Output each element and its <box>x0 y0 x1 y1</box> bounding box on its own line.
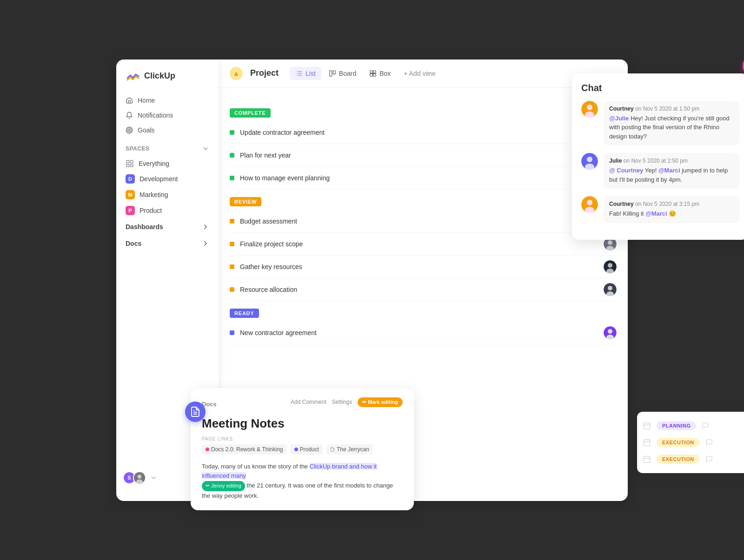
comment-icon-2 <box>705 439 713 446</box>
add-comment-button[interactable]: Add Comment <box>291 399 326 405</box>
task-name: Resource allocation <box>240 286 598 293</box>
nav-home-label: Home <box>138 97 155 104</box>
task-row[interactable]: Budget assessment 3 <box>230 210 617 233</box>
svg-rect-20 <box>370 71 372 73</box>
svg-point-0 <box>126 127 132 133</box>
svg-point-1 <box>127 128 131 132</box>
task-name: How to manage event planning <box>240 174 598 182</box>
svg-rect-3 <box>126 160 129 163</box>
docs-label: Docs <box>126 240 141 247</box>
sidebar-item-dashboards[interactable]: Dashboards <box>116 218 219 235</box>
task-row[interactable]: Finalize project scope <box>230 233 617 256</box>
chevron-down-user-icon[interactable] <box>150 474 157 481</box>
task-row[interactable]: New contractor agreement <box>230 322 617 344</box>
chat-message-1: Courtney on Nov 5 2020 at 1:50 pm @Julie… <box>581 101 739 146</box>
mark-editing-badge[interactable]: ✏ Mark editing <box>358 397 403 407</box>
task-dot-green <box>230 130 234 135</box>
chat-message-2: Julie on Nov 5 2020 at 2:50 pm @ Courtne… <box>581 153 739 189</box>
svg-point-37 <box>608 240 612 245</box>
svg-rect-22 <box>370 73 372 76</box>
task-name: Plan for next year <box>240 152 598 159</box>
chat-time-3: on Nov 5 2020 at 3:15 pm <box>635 201 699 207</box>
docs-heading: Meeting Notes <box>202 416 403 431</box>
everything-label: Everything <box>139 160 169 167</box>
chat-text-3: Fab! Killing it @Marci 😊 <box>609 209 734 218</box>
sidebar-item-everything[interactable]: Everything <box>116 156 219 171</box>
jenny-editing-badge: ✏ Jenny editing <box>202 481 245 491</box>
product-label: Product <box>140 207 162 214</box>
svg-point-40 <box>608 263 612 268</box>
svg-point-46 <box>608 329 612 334</box>
page-link-label-2: Product <box>300 446 319 453</box>
chat-message-3: Courtney on Nov 5 2020 at 3:15 pm Fab! K… <box>581 196 739 223</box>
chat-time-1: on Nov 5 2020 at 1:50 pm <box>635 105 699 112</box>
sidebar-item-marketing[interactable]: M Marketing <box>116 187 219 203</box>
tag-execution-2: EXECUTION <box>657 455 700 464</box>
logo-icon <box>126 69 140 84</box>
add-view-button[interactable]: + Add view <box>398 67 441 80</box>
chat-content-1: Courtney on Nov 5 2020 at 1:50 pm @Julie… <box>604 101 739 146</box>
tab-board[interactable]: Board <box>323 67 362 80</box>
docs-icon-badge[interactable] <box>185 402 206 422</box>
tag-execution-1: EXECUTION <box>657 438 700 447</box>
calendar-icon-3 <box>643 455 651 463</box>
chat-title: Chat <box>581 83 739 93</box>
chat-author-3: Courtney <box>609 201 634 207</box>
mark-editing-label: ✏ Mark editing <box>362 399 398 405</box>
project-icon <box>230 67 243 80</box>
product-dot: P <box>126 206 135 215</box>
chat-meta-2: Julie on Nov 5 2020 at 2:50 pm <box>609 158 734 164</box>
development-label: Development <box>140 175 178 183</box>
svg-rect-57 <box>644 423 650 429</box>
nav-goals[interactable]: Goals <box>116 123 219 138</box>
nav-goals-label: Goals <box>138 126 155 134</box>
svg-point-55 <box>587 200 592 205</box>
mention-courtney: @ Courtney <box>609 167 643 174</box>
tab-box[interactable]: Box <box>364 67 396 80</box>
nav-notifications[interactable]: Notifications <box>116 108 219 123</box>
task-row[interactable]: Plan for next year <box>230 144 617 167</box>
page-link-2[interactable]: Product <box>291 444 323 455</box>
chat-author-2: Julie <box>609 158 622 164</box>
doc-actions: Add Comment Settings ✏ Mark editing <box>291 397 403 407</box>
assignee-avatar-6 <box>604 260 617 273</box>
target-icon <box>126 126 133 134</box>
sidebar-item-product[interactable]: P Product <box>116 203 219 218</box>
svg-point-49 <box>587 105 592 110</box>
page-link-3[interactable]: The Jerrycan <box>326 444 373 455</box>
nav-home[interactable]: Home <box>116 93 219 108</box>
board-icon <box>329 70 336 77</box>
task-name: Gather key resources <box>240 263 598 270</box>
task-row[interactable]: How to manage event planning <box>230 167 617 190</box>
list-icon <box>295 70 303 77</box>
task-row[interactable]: Resource allocation <box>230 278 617 301</box>
avatar-user2 <box>133 471 146 484</box>
task-row[interactable]: Gather key resources <box>230 256 617 278</box>
chat-author-1: Courtney <box>609 105 634 112</box>
chat-content-3: Courtney on Nov 5 2020 at 3:15 pm Fab! K… <box>604 196 739 223</box>
assignee-avatar-8 <box>604 326 617 339</box>
chat-avatar-courtney-2 <box>581 196 598 213</box>
section-ready-header: READY <box>230 309 259 318</box>
page-links: Docs 2.0: Rework & Thinking Product The … <box>202 444 403 455</box>
sidebar-item-docs[interactable]: Docs <box>116 235 219 252</box>
settings-button[interactable]: Settings <box>332 399 352 405</box>
chevron-down-icon[interactable] <box>202 145 209 152</box>
task-row[interactable]: Update contractor agreement <box>230 121 617 144</box>
view-tabs: List Board Box + Add view <box>290 67 441 80</box>
doc-text-1: Today, many of us know the story of the <box>202 463 310 470</box>
page-link-dot-1 <box>206 448 209 451</box>
chevron-right-icon <box>202 223 209 231</box>
page-link-1[interactable]: Docs 2.0: Rework & Thinking <box>202 444 287 455</box>
development-dot: D <box>126 174 135 184</box>
task-dot-green <box>230 153 234 158</box>
spaces-header: Spaces <box>116 138 219 156</box>
task-name: New contractor agreement <box>240 329 598 336</box>
tab-list[interactable]: List <box>290 67 321 80</box>
tab-box-label: Box <box>379 70 391 77</box>
svg-rect-5 <box>131 164 133 166</box>
sidebar-item-development[interactable]: D Development <box>116 171 219 187</box>
tags-panel: PLANNING EXECUTION EXECUTION <box>637 412 744 473</box>
chat-text-2: @ Courtney Yep! @Marci jumped in to help… <box>609 166 734 184</box>
svg-rect-23 <box>373 73 376 76</box>
